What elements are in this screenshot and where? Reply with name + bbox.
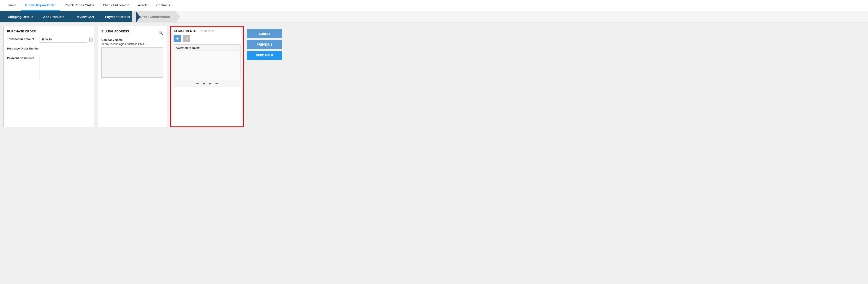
purchase-order-number-input-wrap	[42, 45, 91, 52]
attachments-title: ATTACHMENTS	[174, 29, 196, 33]
payment-comments-textarea[interactable]	[39, 55, 87, 79]
attachment-name-header: Attachment Name	[174, 45, 240, 51]
billing-address-title: BILLING ADDRESS	[101, 30, 129, 33]
transaction-amount-input[interactable]	[39, 36, 87, 42]
document-icon[interactable]: 📋	[88, 37, 93, 42]
remove-attachment-button[interactable]: ✕	[183, 35, 190, 42]
purchase-order-number-input[interactable]	[42, 45, 89, 52]
step-shipping-details[interactable]: Shipping Details	[0, 11, 39, 23]
nav-home[interactable]: Home	[3, 0, 21, 10]
pagination-next-button[interactable]: ►	[208, 81, 213, 86]
previous-button[interactable]: PREVIOUS	[247, 40, 282, 49]
main-content: PURCHASE ORDER Transaction Amount 📋 Purc…	[0, 23, 868, 130]
company-name-value: Zebra Technologies Australia Pty Lt...	[101, 42, 163, 45]
transaction-amount-input-wrap: 📋	[39, 36, 93, 42]
payment-comments-input-wrap	[39, 55, 91, 79]
attachment-table: Attachment Name	[174, 44, 240, 51]
purchase-order-panel: PURCHASE ORDER Transaction Amount 📋 Purc…	[3, 26, 94, 127]
payment-comments-row: Payment Comments	[7, 55, 91, 79]
steps-bar: Shipping Details Add Products Review Car…	[0, 11, 868, 23]
add-attachment-button[interactable]: +	[174, 35, 181, 42]
billing-address-textarea[interactable]	[101, 47, 163, 77]
nav-assets[interactable]: Assets	[133, 0, 152, 10]
submit-button[interactable]: SUBMIT	[247, 29, 282, 38]
pagination-last-button[interactable]: ⇥	[214, 81, 219, 86]
attach-buttons: + ✕	[174, 35, 241, 42]
purchase-order-number-row: Purchase Order Number	[7, 45, 91, 52]
action-buttons-panel: SUBMIT PREVIOUS NEED HELP	[247, 26, 282, 127]
purchase-order-number-label: Purchase Order Number	[7, 45, 39, 50]
attachments-header: ATTACHMENTS No Records	[174, 29, 241, 33]
transaction-amount-row: Transaction Amount 📋	[7, 36, 91, 42]
pagination-prev-button[interactable]: ◄	[202, 81, 206, 86]
nav-contracts[interactable]: Contracts	[152, 0, 175, 10]
purchase-order-title: PURCHASE ORDER	[7, 30, 91, 33]
company-name-label: Company Name	[101, 38, 163, 41]
need-help-button[interactable]: NEED HELP	[247, 51, 282, 60]
no-records-text: No Records	[199, 29, 214, 33]
pagination-bar: ⇤ ◄ ► ⇥	[174, 80, 241, 87]
payment-comments-label: Payment Comments	[7, 55, 37, 60]
billing-address-panel: BILLING ADDRESS 🔍 Company Name Zebra Tec…	[98, 26, 167, 127]
transaction-amount-label: Transaction Amount	[7, 36, 37, 41]
top-navigation: Home Create Repair Order Check Repair St…	[0, 0, 868, 11]
attachment-list-area: Attachment Name	[174, 44, 241, 79]
nav-check-entitlement[interactable]: Check Entitlement	[98, 0, 133, 10]
nav-create-repair-order[interactable]: Create Repair Order	[21, 0, 60, 10]
pagination-first-button[interactable]: ⇤	[195, 81, 200, 86]
billing-header: BILLING ADDRESS 🔍	[101, 30, 163, 36]
billing-search-icon[interactable]: 🔍	[158, 30, 163, 35]
attachments-panel: ATTACHMENTS No Records + ✕ Attachment Na…	[170, 26, 244, 127]
nav-check-repair-status[interactable]: Check Repair Status	[60, 0, 99, 10]
